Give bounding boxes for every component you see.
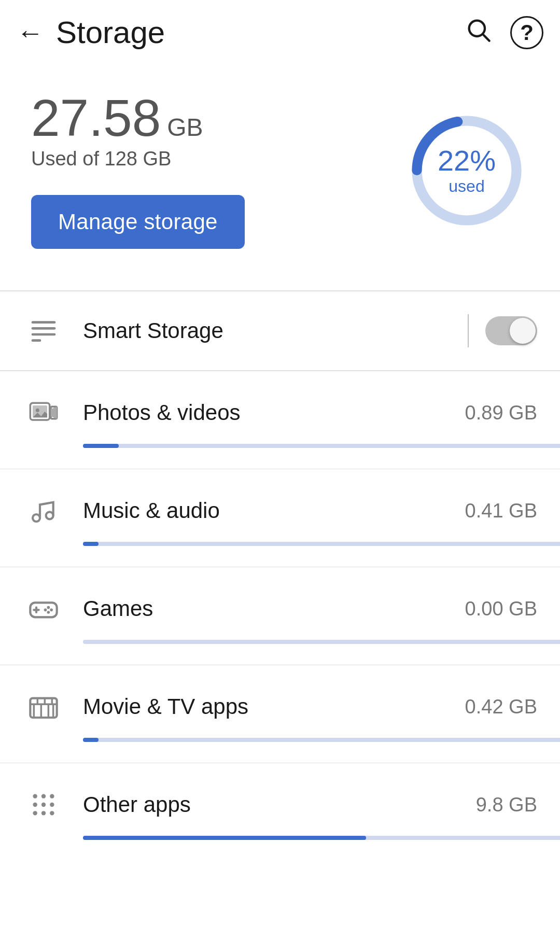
category-row-music[interactable]: Music & audio 0.41 GB [0, 469, 560, 567]
storage-used-unit: GB [167, 115, 203, 140]
smart-storage-row[interactable]: Smart Storage [0, 291, 560, 371]
search-icon[interactable] [465, 16, 492, 49]
svg-point-18 [47, 606, 50, 609]
movie-bar-fill [83, 738, 99, 742]
page-title: Storage [56, 15, 465, 50]
music-icon [23, 490, 64, 531]
games-icon [23, 588, 64, 629]
donut-percent: 22% [438, 145, 496, 177]
category-header-photos: Photos & videos 0.89 GB [23, 392, 537, 433]
svg-point-31 [33, 794, 37, 798]
music-bar-fill [83, 542, 99, 546]
svg-point-38 [41, 811, 46, 815]
movie-tv-icon [29, 692, 58, 721]
storage-subtitle: Used of 128 GB [31, 148, 384, 170]
svg-rect-5 [32, 327, 56, 330]
movie-size: 0.42 GB [465, 696, 537, 718]
svg-point-13 [33, 514, 40, 522]
photos-bar-track [83, 444, 560, 448]
category-header-movie: Movie & TV apps 0.42 GB [23, 686, 537, 727]
music-label: Music & audio [83, 498, 465, 523]
svg-point-14 [46, 512, 53, 519]
movie-icon [23, 686, 64, 727]
photos-bar-fill [83, 444, 119, 448]
svg-point-37 [33, 811, 37, 815]
storage-amount: 27.58 GB [31, 92, 384, 144]
photos-label: Photos & videos [83, 400, 465, 425]
svg-point-32 [41, 794, 46, 798]
svg-point-20 [44, 609, 47, 612]
storage-used-value: 27.58 [31, 92, 161, 144]
storage-summary: 27.58 GB Used of 128 GB Manage storage 2… [0, 61, 560, 290]
back-button[interactable]: ← [17, 19, 44, 46]
svg-point-39 [50, 811, 54, 815]
photos-size: 0.89 GB [465, 402, 537, 424]
svg-rect-4 [32, 321, 56, 324]
smart-storage-label: Smart Storage [83, 318, 468, 343]
donut-label: 22% used [438, 145, 496, 196]
other-apps-icon [23, 784, 64, 825]
svg-point-33 [50, 794, 54, 798]
grid-apps-icon [29, 790, 58, 819]
svg-rect-6 [32, 333, 56, 336]
other-apps-label: Other apps [83, 792, 476, 817]
category-header-games: Games 0.00 GB [23, 588, 537, 629]
movie-bar-track [83, 738, 560, 742]
category-row-movie[interactable]: Movie & TV apps 0.42 GB [0, 665, 560, 763]
svg-point-0 [469, 20, 485, 36]
category-row-photos[interactable]: Photos & videos 0.89 GB [0, 371, 560, 469]
storage-text: 27.58 GB Used of 128 GB Manage storage [31, 92, 384, 249]
svg-point-21 [47, 611, 50, 614]
music-size: 0.41 GB [465, 500, 537, 522]
header: ← Storage ? [0, 0, 560, 61]
smart-storage-icon [23, 310, 64, 352]
category-row-games[interactable]: Games 0.00 GB [0, 567, 560, 665]
photos-icon [23, 392, 64, 433]
svg-rect-7 [32, 339, 41, 342]
svg-point-34 [33, 803, 37, 807]
games-controller-icon [29, 594, 58, 623]
list-icon [29, 316, 58, 345]
svg-point-19 [50, 609, 53, 612]
header-actions: ? [465, 16, 543, 49]
toggle-knob [510, 318, 536, 344]
category-header-music: Music & audio 0.41 GB [23, 490, 537, 531]
music-audio-icon [29, 496, 58, 525]
svg-point-36 [50, 803, 54, 807]
movie-label: Movie & TV apps [83, 694, 465, 719]
category-row-other-apps[interactable]: Other apps 9.8 GB [0, 763, 560, 861]
other-apps-size: 9.8 GB [476, 794, 537, 816]
other-apps-bar-fill [83, 836, 366, 840]
photos-videos-icon [29, 398, 58, 427]
music-bar-track [83, 542, 560, 546]
games-label: Games [83, 596, 465, 621]
manage-storage-button[interactable]: Manage storage [31, 195, 245, 249]
storage-donut-chart: 22% used [404, 108, 529, 233]
vertical-divider [468, 314, 469, 347]
smart-storage-toggle[interactable] [485, 316, 537, 345]
svg-point-35 [41, 803, 46, 807]
category-header-other-apps: Other apps 9.8 GB [23, 784, 537, 825]
help-icon[interactable]: ? [510, 16, 543, 49]
other-apps-bar-track [83, 836, 560, 840]
games-bar-track [83, 640, 560, 644]
svg-point-10 [36, 409, 39, 412]
games-size: 0.00 GB [465, 598, 537, 620]
donut-used-label: used [438, 177, 496, 196]
svg-line-1 [484, 35, 489, 40]
